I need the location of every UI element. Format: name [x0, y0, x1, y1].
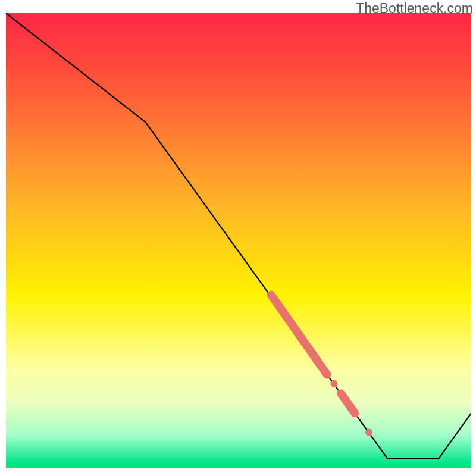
chart-svg: [6, 13, 471, 468]
plot-area: [6, 13, 471, 468]
watermark-text: TheBottleneck.com: [356, 1, 473, 17]
chart-container: TheBottleneck.com: [0, 0, 476, 476]
highlight-dot-1: [330, 380, 337, 387]
highlight-dot-2: [365, 428, 372, 436]
gradient-background: [6, 13, 471, 468]
